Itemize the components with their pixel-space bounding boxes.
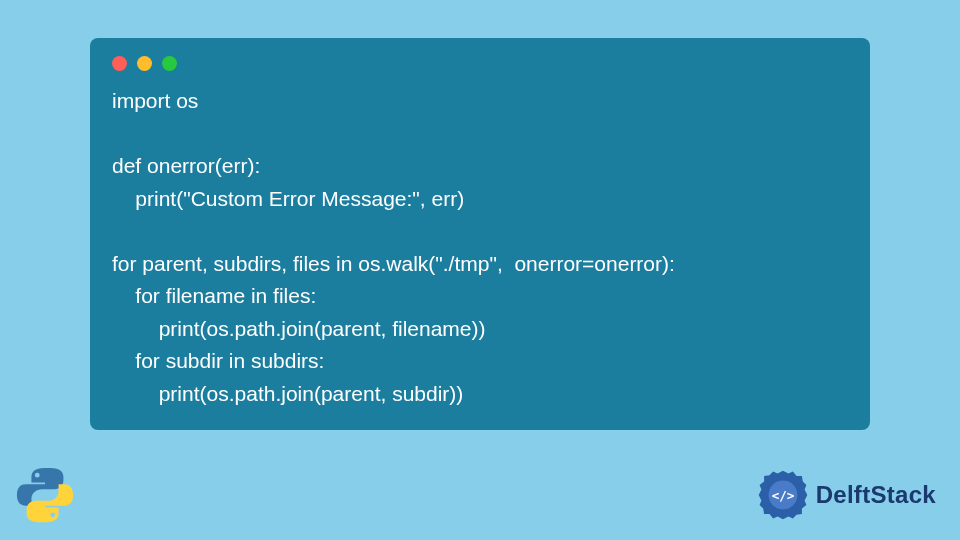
close-icon — [112, 56, 127, 71]
brand-name: DelftStack — [816, 481, 936, 509]
code-block: import os def onerror(err): print("Custo… — [112, 85, 848, 410]
window-controls — [112, 56, 848, 71]
python-logo-icon — [14, 464, 76, 526]
maximize-icon — [162, 56, 177, 71]
svg-text:</>: </> — [771, 488, 794, 503]
code-window: import os def onerror(err): print("Custo… — [90, 38, 870, 430]
delftstack-gear-icon: </> — [756, 468, 810, 522]
delftstack-logo: </> DelftStack — [756, 468, 936, 522]
minimize-icon — [137, 56, 152, 71]
